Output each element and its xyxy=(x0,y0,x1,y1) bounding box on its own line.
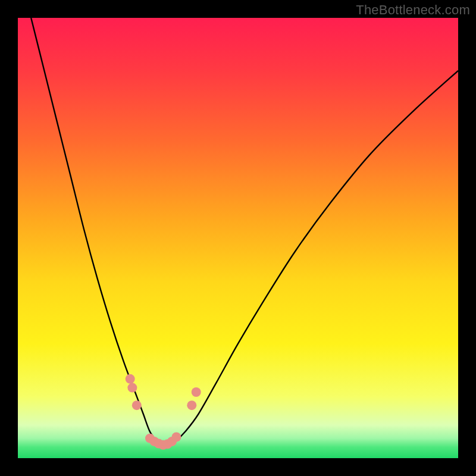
curve-marker xyxy=(127,383,137,393)
curve-marker xyxy=(171,433,181,442)
curve-marker xyxy=(192,387,201,397)
curve-marker xyxy=(132,400,142,410)
curve-marker xyxy=(187,400,196,410)
plot-area xyxy=(18,18,458,458)
curve-markers xyxy=(126,374,201,450)
curve-marker xyxy=(126,374,135,384)
watermark-text: TheBottleneck.com xyxy=(356,2,470,18)
curve-layer xyxy=(18,18,458,458)
chart-frame: TheBottleneck.com xyxy=(0,0,476,476)
bottleneck-curve xyxy=(31,18,458,446)
